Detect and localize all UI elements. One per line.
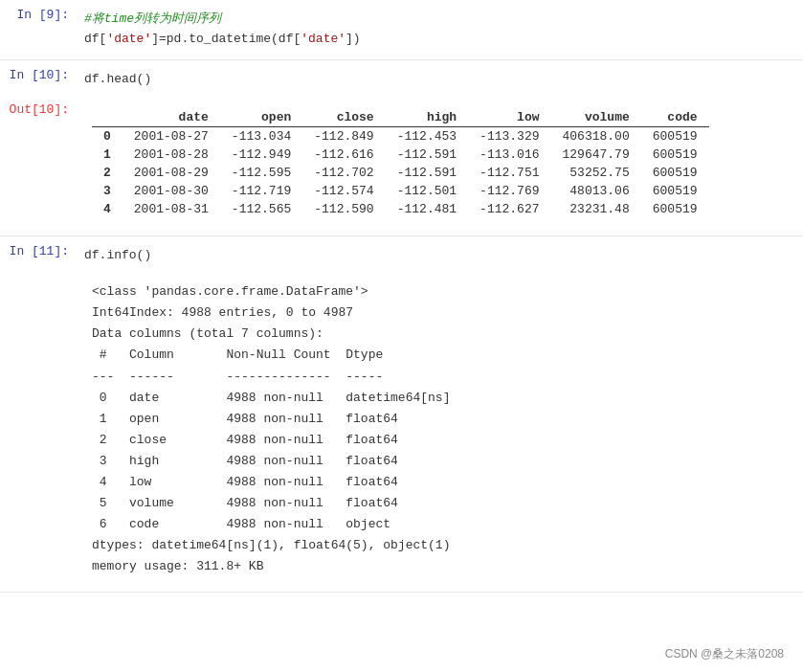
table-cell: 48013.06 <box>551 182 641 200</box>
table-cell: 600519 <box>641 182 709 200</box>
table-cell: 600519 <box>641 146 709 164</box>
table-cell: -112.574 <box>302 182 385 200</box>
table-cell: -112.751 <box>468 164 550 182</box>
cell-11: In [11]: df.info() <class 'pandas.core.f… <box>0 236 803 592</box>
table-cell: 4 <box>92 200 123 218</box>
table-body: 02001-08-27-113.034-112.849-112.453-113.… <box>92 127 709 219</box>
jupyter-notebook: In [9]: #将time列转为时间序列 df['date']=pd.to_d… <box>0 0 803 672</box>
table-cell: -112.501 <box>386 182 468 200</box>
dataframe-table: date open close high low volume code 020… <box>92 108 709 218</box>
col-volume: volume <box>551 108 641 127</box>
cell-9-code[interactable]: #将time列转为时间序列 df['date']=pd.to_datetime(… <box>77 6 803 54</box>
col-code: code <box>641 108 709 127</box>
table-cell: -112.719 <box>220 182 302 200</box>
table-cell: 129647.79 <box>551 146 641 164</box>
info-output-text: <class 'pandas.core.frame.DataFrame'> In… <box>92 281 795 577</box>
cell-9: In [9]: #将time列转为时间序列 df['date']=pd.to_d… <box>0 0 803 60</box>
code-comment: #将time列转为时间序列 <box>84 11 221 26</box>
cell-10-table-container: date open close high low volume code 020… <box>77 101 803 226</box>
table-cell: -112.591 <box>386 164 468 182</box>
table-cell: 3 <box>92 182 123 200</box>
col-low: low <box>468 108 550 127</box>
watermark: CSDN @桑之未落0208 <box>665 646 784 662</box>
table-cell: 406318.00 <box>551 127 641 146</box>
col-index <box>92 108 123 127</box>
table-cell: -112.769 <box>468 182 550 200</box>
cell-11-info-container: <class 'pandas.core.frame.DataFrame'> In… <box>77 278 803 581</box>
table-cell: 2001-08-27 <box>123 127 220 146</box>
cell-10-out-label: Out[10]: <box>0 101 77 120</box>
table-row: 42001-08-31-112.565-112.590-112.481-112.… <box>92 200 709 218</box>
table-cell: -113.329 <box>468 127 550 146</box>
table-cell: 23231.48 <box>551 200 641 218</box>
table-cell: 2001-08-28 <box>123 146 220 164</box>
table-cell: 600519 <box>641 127 709 146</box>
table-cell: 2 <box>92 164 123 182</box>
table-row: 22001-08-29-112.595-112.702-112.591-112.… <box>92 164 709 182</box>
table-cell: 600519 <box>641 200 709 218</box>
cell-10: In [10]: df.head() Out[10]: date open cl… <box>0 60 803 237</box>
table-cell: -112.481 <box>386 200 468 218</box>
table-cell: -112.591 <box>386 146 468 164</box>
table-cell: -112.616 <box>302 146 385 164</box>
cell-11-code[interactable]: df.info() <box>77 242 803 270</box>
notebook-page: In [9]: #将time列转为时间序列 df['date']=pd.to_d… <box>0 0 803 672</box>
cell-11-input: In [11]: df.info() <box>0 236 803 276</box>
cell-11-output: <class 'pandas.core.frame.DataFrame'> In… <box>0 276 803 591</box>
table-cell: -112.453 <box>386 127 468 146</box>
cell-9-input: In [9]: #将time列转为时间序列 df['date']=pd.to_d… <box>0 0 803 59</box>
table-cell: -112.627 <box>468 200 550 218</box>
table-row: 32001-08-30-112.719-112.574-112.501-112.… <box>92 182 709 200</box>
cell-10-label: In [10]: <box>0 66 77 85</box>
table-cell: -112.849 <box>302 127 385 146</box>
cell-10-output: Out[10]: date open close high low volum <box>0 99 803 235</box>
table-cell: 600519 <box>641 164 709 182</box>
col-high: high <box>386 108 468 127</box>
table-header: date open close high low volume code <box>92 108 709 127</box>
col-open: open <box>220 108 302 127</box>
table-cell: 1 <box>92 146 123 164</box>
table-cell: 2001-08-30 <box>123 182 220 200</box>
col-date: date <box>123 108 220 127</box>
table-cell: 2001-08-31 <box>123 200 220 218</box>
table-cell: -112.702 <box>302 164 385 182</box>
table-row: 02001-08-27-113.034-112.849-112.453-113.… <box>92 127 709 146</box>
cell-9-label: In [9]: <box>0 6 77 25</box>
code-line: df['date']=pd.to_datetime(df['date']) <box>84 32 361 46</box>
table-cell: 2001-08-29 <box>123 164 220 182</box>
col-close: close <box>302 108 385 127</box>
table-cell: 0 <box>92 127 123 146</box>
table-row: 12001-08-28-112.949-112.616-112.591-113.… <box>92 146 709 164</box>
table-cell: -112.595 <box>220 164 302 182</box>
table-cell: -113.016 <box>468 146 550 164</box>
header-row: date open close high low volume code <box>92 108 709 127</box>
table-cell: -112.949 <box>220 146 302 164</box>
cell-11-label: In [11]: <box>0 242 77 261</box>
table-cell: 53252.75 <box>551 164 641 182</box>
cell-10-input: In [10]: df.head() <box>0 60 803 100</box>
cell-10-code[interactable]: df.head() <box>77 66 803 94</box>
table-cell: -113.034 <box>220 127 302 146</box>
table-cell: -112.590 <box>302 200 385 218</box>
table-cell: -112.565 <box>220 200 302 218</box>
